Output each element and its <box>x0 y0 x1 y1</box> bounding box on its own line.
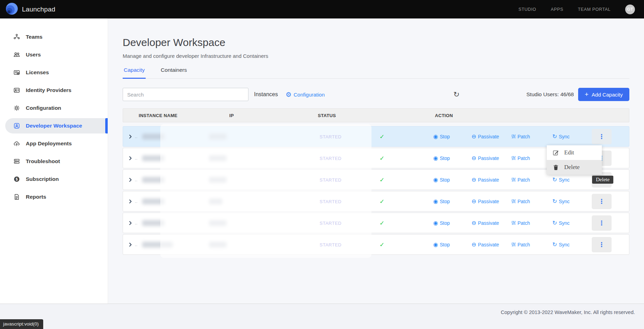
patch-action[interactable]: Patch <box>512 220 530 226</box>
menu-item-delete[interactable]: Delete <box>547 160 602 175</box>
sync-action[interactable]: ↻Sync <box>552 177 570 183</box>
redacted-instance-name <box>142 242 173 247</box>
sidebar-item-configuration[interactable]: Configuration <box>0 100 108 116</box>
passivate-icon: ⊖ <box>472 242 476 247</box>
passivate-action[interactable]: ⊖Passivate <box>472 199 499 204</box>
row-menu-button[interactable]: ⋮ <box>592 129 612 144</box>
table-row[interactable]: .. STARTED ✓ ◉Stop ⊖Passivate Patch ↻Syn… <box>123 234 629 255</box>
check-icon: ✓ <box>380 241 384 248</box>
patch-action[interactable]: Patch <box>512 177 530 183</box>
expand-chevron-icon[interactable] <box>128 221 133 225</box>
footer: Copyright © 2013-2022 WaveMaker, Inc. Al… <box>0 304 644 329</box>
kebab-icon: ⋮ <box>599 133 605 140</box>
sync-action[interactable]: ↻Sync <box>552 199 570 204</box>
redacted-ip <box>209 198 222 204</box>
redacted-instance-name <box>142 198 164 204</box>
check-icon: ✓ <box>380 155 384 162</box>
redacted-ip <box>209 155 227 161</box>
sidebar-item-subscription[interactable]: $ Subscription <box>0 171 108 187</box>
sidebar-item-identity-providers[interactable]: Identity Providers <box>0 83 108 98</box>
stop-icon: ◉ <box>433 220 438 226</box>
wavemaker-logo-icon <box>6 2 18 16</box>
topnav-studio[interactable]: STUDIO <box>519 7 536 12</box>
sidebar-item-users[interactable]: Users <box>0 47 108 62</box>
passivate-action[interactable]: ⊖Passivate <box>472 242 499 247</box>
passivate-action[interactable]: ⊖Passivate <box>472 177 499 183</box>
users-icon <box>13 51 20 58</box>
kebab-icon: ⋮ <box>599 198 605 205</box>
row-menu-button[interactable]: ⋮ <box>592 237 612 252</box>
configuration-link[interactable]: ⚙ Configuration <box>285 91 324 98</box>
table-row[interactable]: .. STARTED ✓ ◉Stop ⊖Passivate Patch ↻Syn… <box>123 126 629 147</box>
patch-icon <box>511 135 516 138</box>
sidebar-item-teams[interactable]: Teams <box>0 29 108 45</box>
active-indicator-bar <box>105 118 108 133</box>
subscription-icon: $ <box>13 176 20 183</box>
patch-action[interactable]: Patch <box>512 199 530 204</box>
instances-table: INSTANCE NAME IP STATUS ACTION .. STARTE… <box>123 108 629 255</box>
expand-chevron-icon[interactable] <box>128 177 133 182</box>
check-icon: ✓ <box>380 198 384 205</box>
stop-icon: ◉ <box>433 177 438 183</box>
redacted-instance-name <box>142 220 164 226</box>
tab-bar: Capacity Containers <box>123 67 629 79</box>
passivate-action[interactable]: ⊖Passivate <box>472 134 499 139</box>
patch-action[interactable]: Patch <box>512 242 530 247</box>
sync-action[interactable]: ↻Sync <box>552 242 570 247</box>
patch-action[interactable]: Patch <box>512 155 530 161</box>
row-menu-button[interactable]: ⋮ <box>592 194 612 209</box>
expand-chevron-icon[interactable] <box>128 199 133 204</box>
gear-icon: ⚙ <box>285 91 291 98</box>
copyright-text: Copyright © 2013-2022 WaveMaker, Inc. Al… <box>501 309 635 315</box>
sidebar-item-reports[interactable]: Reports <box>0 189 108 205</box>
tab-capacity[interactable]: Capacity <box>123 67 146 79</box>
sidebar-item-troubleshoot[interactable]: Troubleshoot <box>0 154 108 169</box>
add-capacity-button[interactable]: + Add Capacity <box>578 88 629 101</box>
user-avatar[interactable]: GT <box>625 5 635 14</box>
expand-chevron-icon[interactable] <box>128 156 133 161</box>
sidebar-item-licenses[interactable]: Licenses <box>0 65 108 80</box>
patch-action[interactable]: Patch <box>512 134 530 139</box>
sync-icon: ↻ <box>552 134 557 139</box>
topnav-team-portal[interactable]: TEAM PORTAL <box>578 7 611 12</box>
stop-icon: ◉ <box>433 199 438 204</box>
row-menu-button[interactable]: ⋮ <box>592 215 612 231</box>
stop-action[interactable]: ◉Stop <box>433 155 450 161</box>
sync-action[interactable]: ↻Sync <box>552 134 570 139</box>
sidebar-item-developer-workspace[interactable]: Developer Workspace <box>5 118 108 133</box>
passivate-action[interactable]: ⊖Passivate <box>472 220 499 226</box>
sync-action[interactable]: ↻Sync <box>552 220 570 226</box>
studio-users-count: Studio Users: 46/68 <box>527 91 574 98</box>
menu-item-edit[interactable]: Edit <box>547 145 602 160</box>
sidebar-item-app-deployments[interactable]: App Deployments <box>0 136 108 151</box>
check-icon: ✓ <box>380 176 384 183</box>
stop-action[interactable]: ◉Stop <box>433 242 450 247</box>
stop-action[interactable]: ◉Stop <box>433 177 450 183</box>
troubleshoot-icon <box>13 158 20 165</box>
stop-action[interactable]: ◉Stop <box>433 134 450 139</box>
topnav-apps[interactable]: APPS <box>551 7 564 12</box>
redacted-name-prefix: .. <box>135 243 138 247</box>
check-icon: ✓ <box>380 220 384 227</box>
sync-icon: ↻ <box>552 199 557 204</box>
redacted-name-prefix: .. <box>135 135 138 139</box>
tab-containers[interactable]: Containers <box>160 67 188 78</box>
stop-icon: ◉ <box>433 134 438 139</box>
stop-icon: ◉ <box>433 242 438 247</box>
table-row[interactable]: .. STARTED ✓ ◉Stop ⊖Passivate Patch ↻Syn… <box>123 191 629 212</box>
search-input[interactable] <box>123 88 248 101</box>
stop-action[interactable]: ◉Stop <box>433 220 450 226</box>
row-context-menu: Edit Delete <box>547 145 602 175</box>
patch-icon <box>511 221 516 225</box>
stop-action[interactable]: ◉Stop <box>433 199 450 204</box>
passivate-icon: ⊖ <box>472 155 476 161</box>
passivate-action[interactable]: ⊖Passivate <box>472 155 499 161</box>
table-row[interactable]: .. STARTED ✓ ◉Stop ⊖Passivate Patch ↻Syn… <box>123 213 629 233</box>
expand-chevron-icon[interactable] <box>128 242 133 247</box>
expand-chevron-icon[interactable] <box>128 134 133 139</box>
delete-tooltip: Delete <box>592 176 613 184</box>
redacted-instance-name <box>142 133 164 139</box>
brand[interactable]: Launchpad <box>6 2 55 16</box>
refresh-icon[interactable]: ↻ <box>453 91 460 98</box>
col-instance-name: INSTANCE NAME <box>139 113 229 118</box>
